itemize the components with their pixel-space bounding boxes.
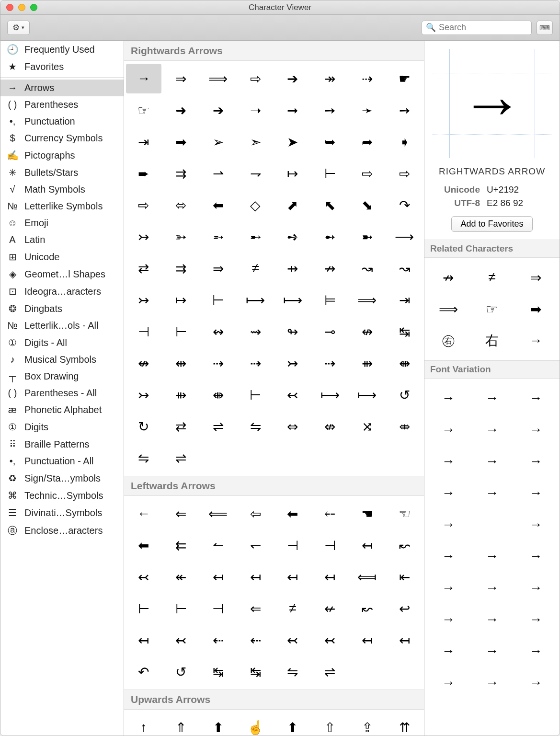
character-cell[interactable]: ➺ (275, 222, 310, 252)
character-cell[interactable]: ⊢ (163, 317, 199, 346)
font-variation-cell[interactable]: → (426, 667, 470, 699)
sidebar-item[interactable]: ( )Parentheses - All (0, 385, 124, 402)
sidebar-item[interactable]: ( )Parentheses (0, 96, 124, 113)
character-cell[interactable]: ⇉ (163, 159, 199, 188)
font-variation-cell[interactable]: → (470, 446, 514, 477)
sidebar-item[interactable]: ①Digits - All (0, 334, 124, 351)
character-cell[interactable]: ⇹ (163, 348, 199, 378)
character-cell[interactable]: ⟼ (275, 285, 310, 315)
character-cell[interactable]: ⇐ (163, 499, 199, 529)
character-cell[interactable]: ⇨ (238, 64, 273, 93)
character-cell[interactable]: ⇁ (238, 159, 273, 188)
character-cell[interactable]: ↤ (387, 625, 422, 655)
character-cell[interactable]: ↣ (126, 285, 161, 315)
font-variation-cell[interactable]: → (514, 604, 558, 635)
character-cell[interactable]: ⇠ (201, 625, 236, 655)
character-cell[interactable]: ⇻ (350, 348, 385, 378)
font-variation-cell[interactable]: → (426, 382, 470, 414)
character-cell[interactable]: ↞ (163, 562, 199, 592)
character-cell[interactable]: ⊢ (201, 285, 236, 315)
character-cell[interactable]: ⇢ (238, 348, 273, 378)
character-cell[interactable]: ⇛ (201, 253, 236, 283)
character-cell[interactable]: ↻ (126, 412, 161, 441)
character-cell[interactable]: ↢ (275, 380, 310, 410)
character-cell[interactable]: ⇈ (387, 713, 422, 736)
font-variation-cell[interactable]: → (470, 572, 514, 604)
character-cell[interactable]: ➨ (126, 159, 161, 188)
add-to-favorites-button[interactable]: Add to Favorites (451, 216, 532, 232)
related-character-cell[interactable]: ㊨ (426, 325, 470, 356)
character-cell[interactable]: ↢ (312, 625, 348, 655)
character-cell[interactable]: ↮ (350, 317, 385, 346)
character-cell[interactable]: ⬄ (163, 190, 199, 220)
search-field[interactable]: 🔍 (422, 21, 532, 35)
character-cell[interactable]: ⊢ (238, 380, 273, 410)
character-cell[interactable]: ↜ (350, 594, 385, 623)
character-cell[interactable]: ⊣ (275, 530, 310, 560)
sidebar-item[interactable]: $Currency Symbols (0, 130, 124, 147)
character-cell[interactable]: ↢ (126, 562, 161, 592)
character-cell[interactable]: ➦ (350, 127, 385, 157)
character-cell[interactable]: ↤ (201, 562, 236, 592)
sidebar-item[interactable]: ★Favorites (0, 58, 124, 75)
character-cell[interactable]: ⇔ (275, 412, 310, 441)
font-variation-cell[interactable]: → (514, 509, 558, 540)
character-cell[interactable]: ⟼ (350, 380, 385, 410)
character-cell[interactable]: ↣ (126, 222, 161, 252)
character-cell[interactable]: ➳ (163, 222, 199, 252)
character-cell[interactable]: ⬈ (275, 190, 310, 220)
character-cell[interactable]: ⇥ (387, 285, 422, 315)
character-cell[interactable]: ↣ (275, 348, 310, 378)
character-cell[interactable]: ↤ (238, 562, 273, 592)
character-cell[interactable]: ⇼ (201, 380, 236, 410)
character-cell[interactable]: ⬉ (312, 190, 348, 220)
character-cell[interactable]: ↑ (126, 713, 161, 736)
character-cell[interactable] (350, 657, 385, 687)
character-cell[interactable]: ⟹ (201, 64, 236, 93)
character-cell[interactable] (387, 657, 422, 687)
search-input[interactable] (439, 23, 527, 33)
character-cell[interactable]: ↤ (275, 562, 310, 592)
character-cell[interactable]: ↽ (238, 530, 273, 560)
character-cell[interactable]: ⬆ (201, 713, 236, 736)
character-cell[interactable]: ➞ (275, 95, 310, 125)
sidebar-item[interactable]: →Arrows (0, 80, 124, 96)
character-cell[interactable]: ↢ (275, 625, 310, 655)
character-cell[interactable]: ⇼ (387, 348, 422, 378)
character-cell[interactable]: ⇨ (387, 159, 422, 188)
character-cell[interactable]: ⊨ (312, 285, 348, 315)
sidebar-item[interactable]: ✍Pictographs (0, 147, 124, 164)
character-cell[interactable]: ↺ (387, 380, 422, 410)
character-cell[interactable]: ➤ (275, 127, 310, 157)
font-variation-cell[interactable]: → (514, 572, 558, 604)
related-character-cell[interactable]: ➡ (514, 293, 558, 325)
character-cell[interactable]: ⇪ (350, 713, 385, 736)
character-cell[interactable]: ↤ (350, 530, 385, 560)
sidebar-item[interactable]: •,Punctuation (0, 113, 124, 130)
related-character-cell[interactable]: ↛ (426, 262, 470, 293)
character-cell[interactable]: ⇢ (201, 348, 236, 378)
font-variation-cell[interactable]: → (426, 635, 470, 667)
font-variation-cell[interactable]: → (470, 414, 514, 446)
sidebar-item[interactable]: ⓐEnclose…aracters (0, 521, 124, 540)
character-cell[interactable]: ➔ (275, 64, 310, 93)
sidebar-item[interactable]: ◈Geomet…l Shapes (0, 265, 124, 283)
character-cell[interactable]: ➙ (312, 95, 348, 125)
character-cell[interactable]: ➛ (350, 95, 385, 125)
character-cell[interactable]: ↺ (163, 657, 199, 687)
character-cell[interactable]: → (126, 64, 161, 93)
character-cell[interactable]: ↝ (350, 253, 385, 283)
related-character-cell[interactable]: ☞ (470, 293, 514, 325)
character-cell[interactable]: ➣ (238, 127, 273, 157)
character-cell[interactable]: ⇥ (126, 127, 161, 157)
font-variation-cell[interactable]: → (514, 540, 558, 572)
font-variation-cell[interactable] (470, 509, 514, 540)
font-variation-cell[interactable]: → (514, 477, 558, 509)
sidebar-item[interactable]: ❂Dingbats (0, 300, 124, 317)
character-cell[interactable]: ↼ (201, 530, 236, 560)
character-cell[interactable]: ↣ (126, 380, 161, 410)
character-cell[interactable]: ➻ (312, 222, 348, 252)
character-cell[interactable]: ↤ (126, 625, 161, 655)
character-cell[interactable]: ⇋ (238, 412, 273, 441)
character-cell[interactable]: ⇨ (126, 190, 161, 220)
